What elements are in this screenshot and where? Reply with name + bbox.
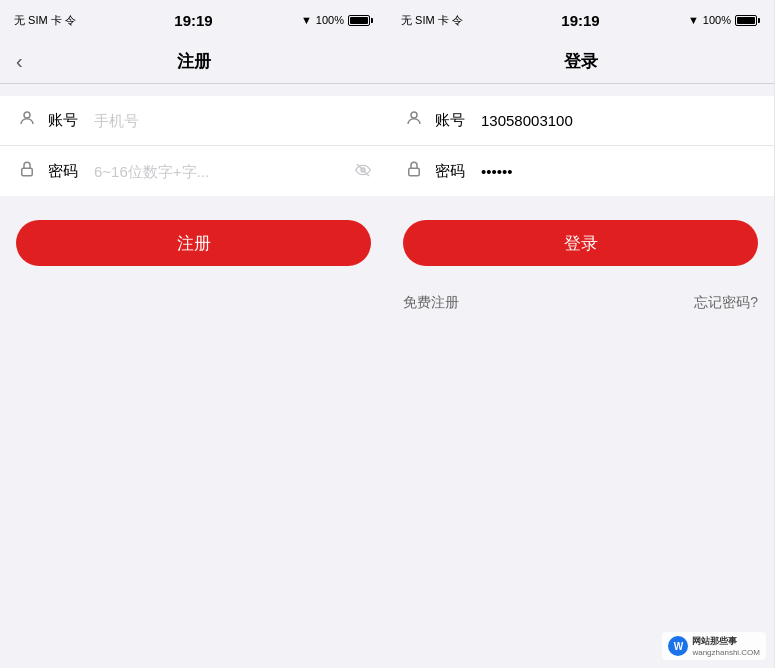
account-value-login: 13058003100 bbox=[481, 112, 758, 129]
account-label-register: 账号 bbox=[48, 111, 84, 130]
sim-label-login: 无 SIM 卡 令 bbox=[401, 13, 463, 28]
person-icon-register bbox=[16, 109, 38, 132]
status-left-login: 无 SIM 卡 令 bbox=[401, 13, 463, 28]
forgot-password-link[interactable]: 忘记密码? bbox=[694, 294, 758, 312]
login-button[interactable]: 登录 bbox=[403, 220, 758, 266]
nav-bar-login: 登录 bbox=[387, 40, 774, 84]
battery-icon-register bbox=[348, 15, 373, 26]
password-label-login: 密码 bbox=[435, 162, 471, 181]
svg-rect-5 bbox=[409, 168, 420, 176]
watermark-text: 网站那些事 wangzhanshi.COM bbox=[692, 635, 760, 657]
watermark-logo: W bbox=[668, 636, 688, 656]
battery-icon-login bbox=[735, 15, 760, 26]
password-row-register: 密码 bbox=[0, 146, 387, 196]
account-input-register[interactable] bbox=[94, 112, 371, 129]
watermark-site-name: 网站那些事 bbox=[692, 635, 760, 648]
register-form: 账号 密码 bbox=[0, 96, 387, 196]
account-label-login: 账号 bbox=[435, 111, 471, 130]
status-bar-register: 无 SIM 卡 令 19:19 ▼ 100% bbox=[0, 0, 387, 40]
lock-icon-register bbox=[16, 160, 38, 183]
watermark: W 网站那些事 wangzhanshi.COM bbox=[662, 632, 766, 660]
status-right-register: ▼ 100% bbox=[301, 14, 373, 26]
password-label-register: 密码 bbox=[48, 162, 84, 181]
status-left-register: 无 SIM 卡 令 bbox=[14, 13, 76, 28]
battery-label: 100% bbox=[316, 14, 344, 26]
watermark-domain: wangzhanshi.COM bbox=[692, 648, 760, 657]
login-title: 登录 bbox=[564, 50, 598, 73]
svg-point-0 bbox=[24, 112, 30, 118]
status-bar-login: 无 SIM 卡 令 19:19 ▼ 100% bbox=[387, 0, 774, 40]
login-button-area: 登录 bbox=[387, 196, 774, 282]
login-form: 账号 13058003100 密码 •••••• bbox=[387, 96, 774, 196]
register-button[interactable]: 注册 bbox=[16, 220, 371, 266]
account-row-login: 账号 13058003100 bbox=[387, 96, 774, 146]
nav-bar-register: ‹ 注册 bbox=[0, 40, 387, 84]
password-value-login: •••••• bbox=[481, 163, 758, 180]
svg-rect-1 bbox=[22, 168, 33, 176]
sim-label: 无 SIM 卡 令 bbox=[14, 13, 76, 28]
eye-icon-register[interactable] bbox=[355, 162, 371, 181]
register-button-area: 注册 bbox=[0, 196, 387, 282]
password-row-login: 密码 •••••• bbox=[387, 146, 774, 196]
svg-point-4 bbox=[411, 112, 417, 118]
status-time-register: 19:19 bbox=[174, 12, 212, 29]
login-screen: 无 SIM 卡 令 19:19 ▼ 100% 登录 bbox=[387, 0, 774, 668]
status-right-login: ▼ 100% bbox=[688, 14, 760, 26]
register-screen: 无 SIM 卡 令 19:19 ▼ 100% ‹ 注册 bbox=[0, 0, 387, 668]
person-icon-login bbox=[403, 109, 425, 132]
login-content: 账号 13058003100 密码 •••••• 登录 免费注册 忘记密码? bbox=[387, 84, 774, 668]
free-register-link[interactable]: 免费注册 bbox=[403, 294, 459, 312]
location-icon-login: ▼ bbox=[688, 14, 699, 26]
login-links-row: 免费注册 忘记密码? bbox=[387, 282, 774, 324]
register-content: 账号 密码 bbox=[0, 84, 387, 668]
location-icon: ▼ bbox=[301, 14, 312, 26]
battery-label-login: 100% bbox=[703, 14, 731, 26]
lock-icon-login bbox=[403, 160, 425, 183]
password-input-register[interactable] bbox=[94, 163, 345, 180]
account-row: 账号 bbox=[0, 96, 387, 146]
register-title: 注册 bbox=[177, 50, 211, 73]
back-button[interactable]: ‹ bbox=[16, 50, 23, 73]
status-time-login: 19:19 bbox=[561, 12, 599, 29]
